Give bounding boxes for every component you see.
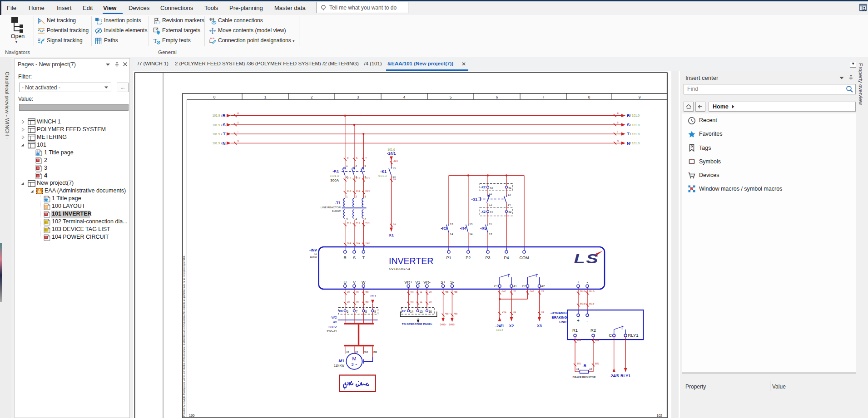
svg-text:W0: W0	[366, 301, 369, 303]
svg-text:101.9: 101.9	[212, 133, 220, 136]
svg-text:D485-: D485-	[449, 324, 455, 326]
svg-text:13: 13	[508, 193, 511, 196]
svg-text:V0: V0	[356, 291, 359, 293]
svg-text:-R3: -R3	[441, 226, 447, 231]
svg-text:110KW: 110KW	[332, 210, 341, 212]
svg-text:-24/1: -24/1	[393, 160, 398, 162]
svg-text:VR-: VR-	[423, 280, 431, 285]
svg-text:/101.3: /101.3	[378, 174, 387, 177]
svg-text:-DYNAMIC: -DYNAMIC	[551, 311, 567, 315]
svg-text:5: 5	[365, 195, 367, 198]
svg-text:S-: S-	[450, 280, 454, 285]
svg-text:K1.3: K1.3	[366, 177, 370, 180]
svg-text:K1.3: K1.3	[366, 190, 370, 192]
svg-text:PE1: PE1	[370, 295, 376, 298]
svg-text:8: 8	[365, 310, 367, 313]
svg-text:X1: X1	[393, 223, 396, 225]
svg-text:S: S	[627, 122, 630, 127]
svg-text:x2: x2	[589, 368, 592, 370]
svg-text:5: 5	[365, 164, 367, 167]
svg-text:3 ~: 3 ~	[351, 362, 357, 367]
svg-text:A2: A2	[541, 285, 545, 288]
svg-text:6: 6	[365, 217, 367, 221]
svg-text:101.9: 101.9	[212, 142, 220, 145]
svg-text:N: N	[238, 140, 239, 142]
svg-text:8: 8	[588, 95, 590, 99]
svg-text:101.0: 101.0	[632, 133, 640, 136]
svg-text:4x: 4x	[333, 320, 337, 324]
svg-text:5: 5	[450, 95, 452, 99]
svg-text:C1: C1	[494, 285, 498, 288]
svg-text:T1.2: T1.2	[356, 222, 361, 225]
svg-text:3: 3	[357, 95, 359, 99]
svg-text:X1: X1	[393, 178, 396, 180]
svg-text:D485+: D485+	[440, 324, 446, 326]
svg-text:/: /	[630, 142, 631, 145]
svg-text:-24/5: -24/5	[610, 374, 619, 378]
svg-text:-X2: -X2	[481, 210, 486, 213]
svg-text:BU.B+: BU.B+	[580, 303, 586, 305]
svg-text:101.9: 101.9	[212, 123, 220, 127]
svg-text:0: 0	[213, 95, 216, 99]
svg-text:/101.4: /101.4	[330, 174, 339, 177]
svg-text:6: 6	[496, 95, 498, 99]
svg-text:S+: S+	[441, 280, 446, 285]
svg-text:LINE REACTOR: LINE REACTOR	[321, 206, 341, 209]
svg-text:T1.1: T1.1	[347, 242, 352, 244]
svg-text:/: /	[630, 123, 631, 127]
svg-text:P2: P2	[466, 256, 471, 260]
svg-text:A1: A1	[513, 285, 517, 288]
svg-text:6: 6	[347, 310, 348, 313]
svg-text:U1: U1	[346, 351, 349, 354]
svg-text:14: 14	[410, 310, 414, 313]
svg-text:4: 4	[355, 217, 357, 221]
svg-text:BRAKING: BRAKING	[551, 315, 567, 320]
svg-text:BRAKE RESISTOR: BRAKE RESISTOR	[573, 376, 596, 379]
svg-text:V0: V0	[356, 301, 359, 303]
svg-text:101.0: 101.0	[632, 142, 640, 145]
svg-text:100: 100	[189, 413, 195, 418]
svg-text:13: 13	[392, 167, 396, 170]
svg-text:380V: 380V	[328, 325, 337, 329]
svg-text:C2: C2	[522, 285, 526, 288]
svg-text:BR2: BR2	[595, 339, 599, 341]
svg-text:V1: V1	[420, 291, 422, 293]
svg-text:LS: LS	[314, 253, 317, 255]
svg-text:K1.1: K1.1	[347, 190, 352, 192]
svg-text:-T1: -T1	[335, 201, 341, 205]
svg-text:-K1: -K1	[380, 169, 387, 174]
svg-text:S: S	[617, 122, 619, 124]
svg-text:3: 3	[346, 217, 348, 221]
svg-text:1: 1	[264, 95, 267, 99]
svg-text:485-: 485-	[454, 291, 459, 293]
svg-text:R: R	[238, 113, 239, 115]
svg-text:X3: X3	[541, 290, 544, 293]
svg-text:-S1: -S1	[471, 197, 478, 202]
svg-text:BU.B-: BU.B-	[589, 303, 595, 305]
svg-text:1: 1	[346, 164, 348, 167]
svg-text:T: T	[366, 157, 367, 159]
svg-text:✱: ✱	[44, 197, 48, 203]
svg-text:+: +	[577, 280, 579, 285]
svg-text:R2: R2	[590, 328, 596, 333]
svg-text:2: 2	[311, 95, 313, 99]
svg-text:-INV: -INV	[309, 248, 317, 252]
svg-text:101.0: 101.0	[632, 123, 640, 127]
svg-text:INVERTER: INVERTER	[389, 256, 433, 266]
svg-text:43: 43	[490, 186, 493, 189]
svg-text:N: N	[223, 141, 226, 146]
svg-text:/: /	[221, 133, 222, 136]
svg-text:14: 14	[508, 203, 511, 206]
svg-text:13: 13	[469, 222, 472, 226]
svg-text:485+: 485+	[445, 313, 450, 315]
svg-text:14: 14	[450, 232, 453, 236]
svg-text:2: 2	[355, 195, 357, 198]
svg-text:x1: x1	[576, 368, 580, 370]
svg-text:110 KW: 110 KW	[334, 364, 345, 367]
svg-text:/: /	[630, 133, 631, 136]
svg-text:K1.1: K1.1	[347, 177, 352, 180]
svg-text:X2: X2	[509, 324, 514, 328]
svg-text:T: T	[238, 131, 239, 133]
svg-text:P1: P1	[446, 256, 451, 260]
svg-text:9: 9	[374, 310, 376, 313]
